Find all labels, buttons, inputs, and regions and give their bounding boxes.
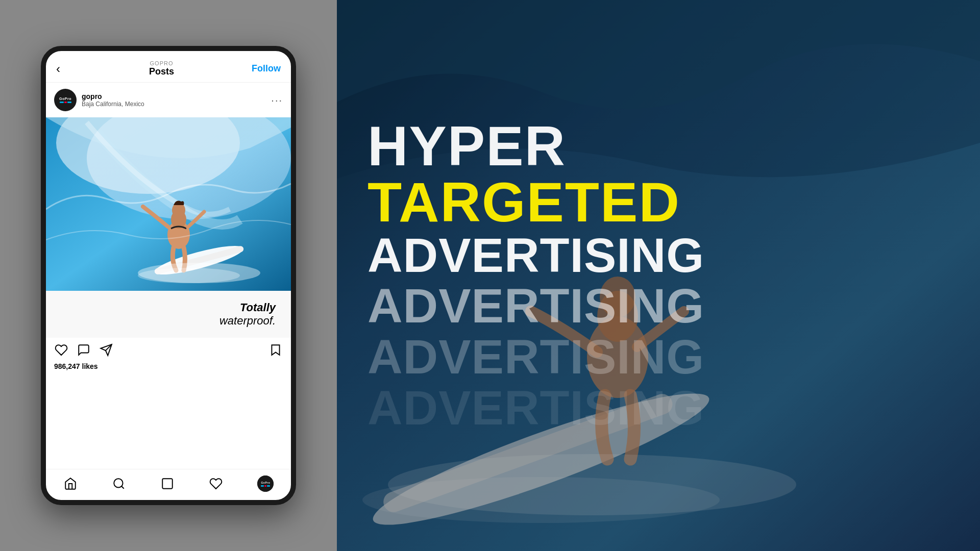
nav-notifications-button[interactable] bbox=[209, 477, 223, 491]
post-image bbox=[46, 117, 291, 291]
more-options-button[interactable]: ··· bbox=[271, 94, 283, 106]
bottom-nav: GoPro bbox=[46, 469, 291, 500]
post-text-area: Totally waterproof. bbox=[46, 291, 291, 338]
right-panel: HYPER TARGETED ADVERTISING ADVERTISING A… bbox=[337, 0, 980, 551]
advertising-text-3: ADVERTISING bbox=[368, 332, 980, 383]
actions-bar bbox=[46, 338, 291, 362]
left-panel: ‹ GOPRO Posts Follow GoPro gopro bbox=[0, 0, 337, 551]
avatar[interactable]: GoPro bbox=[54, 89, 77, 111]
nav-home-button[interactable] bbox=[63, 477, 78, 491]
header-brand: GOPRO bbox=[149, 60, 174, 66]
save-button[interactable] bbox=[268, 343, 283, 357]
phone-frame: ‹ GOPRO Posts Follow GoPro gopro bbox=[41, 46, 296, 505]
likes-count: 986,247 likes bbox=[46, 362, 291, 374]
hyper-text: HYPER bbox=[368, 118, 980, 174]
post-header: GoPro gopro Baja California, Mexico ··· bbox=[46, 83, 291, 117]
post-tagline-bold: Totally bbox=[61, 301, 276, 314]
actions-left bbox=[54, 343, 113, 357]
share-button[interactable] bbox=[99, 343, 113, 357]
username[interactable]: gopro bbox=[82, 92, 144, 101]
like-button[interactable] bbox=[54, 343, 68, 357]
post-tagline-normal: waterproof. bbox=[61, 314, 276, 328]
header-title: Posts bbox=[149, 66, 174, 77]
comment-button[interactable] bbox=[77, 343, 91, 357]
user-meta: gopro Baja California, Mexico bbox=[82, 92, 144, 108]
advertising-text-4: ADVERTISING bbox=[368, 383, 980, 434]
right-background: HYPER TARGETED ADVERTISING ADVERTISING A… bbox=[337, 0, 980, 551]
svg-rect-15 bbox=[162, 479, 173, 489]
svg-point-13 bbox=[114, 479, 122, 487]
advertising-text-2: ADVERTISING bbox=[368, 281, 980, 332]
header-center: GOPRO Posts bbox=[149, 60, 174, 77]
advertising-text-1: ADVERTISING bbox=[368, 230, 980, 281]
back-button[interactable]: ‹ bbox=[56, 62, 71, 76]
overlay-text: HYPER TARGETED ADVERTISING ADVERTISING A… bbox=[337, 0, 980, 551]
svg-line-14 bbox=[121, 486, 124, 489]
nav-profile-button[interactable]: GoPro bbox=[257, 475, 274, 492]
post-user-info: GoPro gopro Baja California, Mexico bbox=[54, 89, 144, 111]
svg-marker-12 bbox=[272, 345, 279, 355]
svg-point-9 bbox=[138, 268, 240, 283]
avatar-text: GoPro bbox=[59, 97, 71, 101]
nav-search-button[interactable] bbox=[112, 477, 126, 491]
nav-reels-button[interactable] bbox=[160, 477, 175, 491]
targeted-text: TARGETED bbox=[368, 174, 980, 230]
avatar-bars bbox=[60, 102, 71, 103]
location: Baja California, Mexico bbox=[82, 101, 144, 108]
follow-button[interactable]: Follow bbox=[252, 63, 281, 74]
phone-header: ‹ GOPRO Posts Follow bbox=[46, 51, 291, 83]
